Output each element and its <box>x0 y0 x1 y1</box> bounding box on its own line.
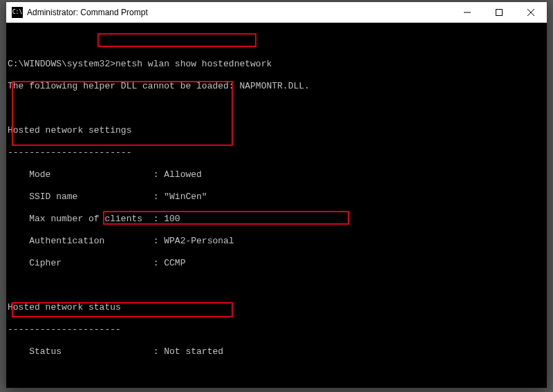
ssid-value: "WinCen" <box>164 192 207 202</box>
status-label: Status : <box>8 346 164 357</box>
maximize-button[interactable] <box>483 2 515 22</box>
cipher-line: Cipher : CCMP <box>8 258 545 269</box>
auth-label: Authentication : <box>8 236 164 246</box>
max-clients-line: Max number of clients : 100 <box>8 214 545 225</box>
window-title: Administrator: Command Prompt <box>27 8 451 17</box>
svg-rect-1 <box>496 9 503 15</box>
terminal-output[interactable]: C:\WINDOWS\system32>netsh wlan show host… <box>6 23 547 388</box>
close-button[interactable] <box>515 2 547 22</box>
prompt-line-1: C:\WINDOWS\system32>netsh wlan show host… <box>8 59 545 70</box>
blank-line <box>8 37 545 48</box>
mode-line: Mode : Allowed <box>8 169 545 180</box>
status-header: Hosted network status <box>8 302 545 313</box>
blank-line <box>8 368 545 380</box>
auth-value: WPA2-Personal <box>164 236 234 246</box>
status-value: Not started <box>164 346 223 357</box>
minimize-button[interactable] <box>451 2 483 22</box>
cipher-value: CCMP <box>164 258 185 268</box>
prompt-path: C:\WINDOWS\system32> <box>8 59 115 69</box>
settings-header: Hosted network settings <box>8 125 545 136</box>
cipher-label: Cipher : <box>8 258 164 268</box>
blank-line <box>8 280 545 291</box>
status-dashes: --------------------- <box>8 324 545 335</box>
cmd-icon: C:\ <box>12 7 23 18</box>
command-prompt-window: C:\ Administrator: Command Prompt C:\WIN… <box>6 1 547 389</box>
titlebar[interactable]: C:\ Administrator: Command Prompt <box>6 2 547 23</box>
blank-line <box>8 103 545 114</box>
mode-label: Mode : <box>8 169 164 180</box>
command-1: netsh wlan show hostednetwork <box>115 59 272 69</box>
auth-line: Authentication : WPA2-Personal <box>8 236 545 247</box>
ssid-label: SSID name : <box>8 192 164 202</box>
window-controls <box>451 2 547 22</box>
mode-value: Allowed <box>164 169 202 180</box>
ssid-line: SSID name : "WinCen" <box>8 192 545 203</box>
max-clients-label: Max number of clients : <box>8 214 164 224</box>
settings-dashes: ----------------------- <box>8 147 545 158</box>
dll-error-line: The following helper DLL cannot be loade… <box>8 81 545 92</box>
max-clients-value: 100 <box>164 214 180 224</box>
status-line: Status : Not started <box>8 346 545 357</box>
